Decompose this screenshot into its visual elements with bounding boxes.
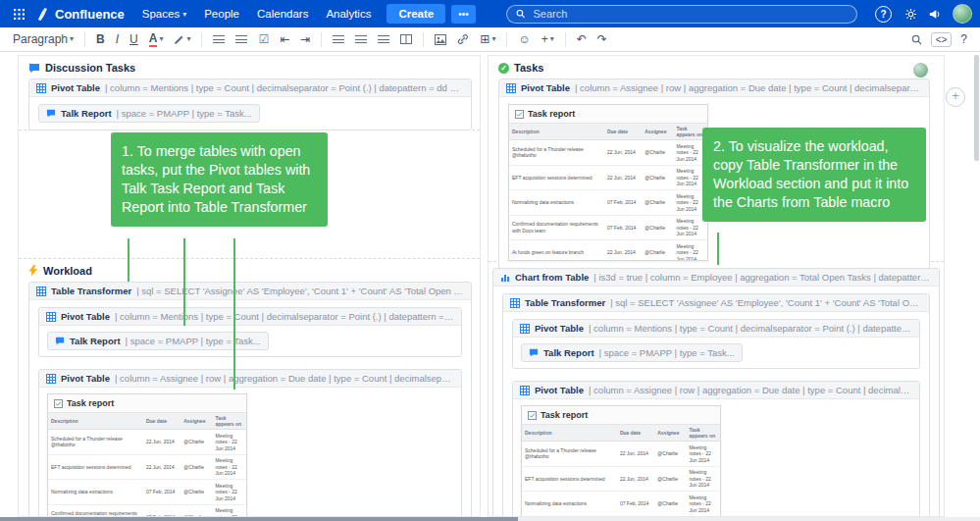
cell-appears-link[interactable]: Meeting notes - 22 Jun 2014 [212, 504, 246, 516]
task-report-panel[interactable]: Task report Description Due date Assigne… [508, 104, 708, 261]
cell-appears-link[interactable]: Meeting notes - 22 Jun 2014 [686, 442, 720, 467]
table-row[interactable]: Normalizing data extractions 07 Feb, 201… [48, 480, 246, 505]
cell-appears-link[interactable]: Meeting notes - 22 Jun 2014 [686, 466, 720, 492]
table-row[interactable]: Confirmed documentation requirements wit… [48, 504, 246, 516]
confluence-logo[interactable]: Confluence [31, 7, 132, 22]
redo-button[interactable]: ↷ [593, 31, 612, 47]
table-row[interactable]: Normalizing data extractions 07 Feb, 201… [509, 190, 707, 216]
table-row[interactable]: Scheduled for a Thunder release @thaboth… [509, 140, 707, 166]
bold-button[interactable]: B [91, 31, 110, 47]
table-row[interactable]: Confirmed documentation requirements wit… [509, 215, 707, 240]
italic-button[interactable]: I [111, 31, 124, 47]
task-report-panel[interactable]: Task report Description Due date Assigne… [47, 393, 247, 516]
underline-button[interactable]: U [125, 31, 143, 47]
editor-canvas[interactable]: Discussion Tasks Pivot Table | column = … [0, 52, 980, 521]
emoji-button[interactable]: ☺ [513, 31, 535, 47]
macro-header[interactable]: Pivot Table | column = Assignee | row | … [513, 382, 919, 399]
macro-header[interactable]: Chart from Table | is3d = true | column … [493, 269, 939, 287]
layout-column-left[interactable]: Discussion Tasks Pivot Table | column = … [18, 55, 481, 517]
cell-assignee-link[interactable]: @Charlie [181, 430, 212, 455]
horizontal-scrollbar-thumb[interactable] [0, 517, 518, 521]
more-formatting-button[interactable]: ▾ [169, 32, 195, 47]
insert-more-button[interactable]: + ▾ [537, 31, 559, 47]
panel-avatar[interactable] [913, 63, 928, 78]
table-row[interactable]: At funds green on feature branch 22 Jun,… [509, 240, 707, 262]
cell-appears-link[interactable]: Meeting notes - 22 Jun 2014 [212, 454, 246, 480]
announcements-icon[interactable] [923, 4, 945, 24]
macro-table-transformer[interactable]: Table Transformer | sql = SELECT 'Assign… [502, 293, 930, 516]
outdent-button[interactable]: ⇤ [275, 31, 294, 47]
table-row[interactable]: EFT acquisition sessions determined 22 J… [48, 454, 246, 480]
text-color-button[interactable]: A ▾ [144, 30, 169, 49]
nav-spaces[interactable]: Spaces ▾ [134, 4, 194, 24]
macro-pivot-table[interactable]: Pivot Table | column = Mentions | type =… [512, 319, 920, 369]
macro-pivot-table[interactable]: Pivot Table | column = Assignee | row | … [512, 381, 920, 516]
cell-appears-link[interactable]: Meeting notes - 22 Jun 2014 [686, 492, 720, 517]
nav-search[interactable] [506, 5, 857, 24]
cell-assignee-link[interactable]: @Charlie [642, 240, 673, 262]
cell-assignee-link[interactable]: @Charlie [654, 442, 686, 467]
insert-image-button[interactable] [430, 32, 451, 47]
macro-header[interactable]: Pivot Table | column = Assignee | row | … [499, 79, 929, 97]
cell-assignee-link[interactable]: @Charlie [654, 492, 686, 517]
help-icon[interactable]: ? [875, 6, 892, 23]
nav-calendars[interactable]: Calendars [249, 4, 316, 24]
cell-assignee-link[interactable]: @Charlie [642, 165, 673, 190]
cell-assignee-link[interactable]: @Charlie [181, 454, 212, 480]
macro-header[interactable]: Pivot Table | column = Mentions | type =… [39, 308, 461, 326]
source-editor-button[interactable]: <> [931, 32, 953, 47]
table-row[interactable]: Normalizing data extractions 07 Feb, 201… [522, 492, 720, 517]
task-list-button[interactable]: ☑ [253, 31, 274, 47]
macro-pivot-table[interactable]: Pivot Table | column = Mentions | type =… [38, 307, 462, 357]
find-replace-button[interactable] [906, 32, 927, 47]
macro-header[interactable]: Pivot Table | column = Mentions | type =… [513, 320, 919, 338]
cell-assignee-link[interactable]: @Charlie [181, 504, 212, 516]
vertical-scrollbar-thumb[interactable] [974, 55, 979, 161]
macro-talk-report[interactable]: Talk Report | space = PMAPP | type = Tas… [38, 104, 260, 123]
cell-assignee-link[interactable]: @Charlie [181, 480, 212, 505]
indent-button[interactable]: ⇥ [295, 31, 315, 47]
settings-gear-icon[interactable] [900, 4, 921, 24]
macro-pivot-table[interactable]: Pivot Table | column = Assignee | row | … [38, 369, 462, 516]
insert-table-button[interactable]: ⊞ ▾ [475, 31, 500, 47]
macro-chart-from-table[interactable]: Chart from Table | is3d = true | column … [492, 268, 940, 516]
table-row[interactable]: EFT acquisition sessions determined 22 J… [522, 466, 720, 492]
table-row[interactable]: Scheduled for a Thunder release @thaboth… [522, 442, 720, 467]
cell-appears-link[interactable]: Meeting notes - 22 Jun 2014 [212, 480, 246, 505]
editor-help-button[interactable]: ? [955, 31, 972, 47]
align-center-button[interactable] [350, 33, 372, 46]
table-row[interactable]: EFT acquisition sessions determined 22 J… [509, 165, 707, 190]
insert-link-button[interactable] [452, 31, 474, 47]
page-layout-button[interactable] [395, 32, 417, 46]
align-left-button[interactable] [328, 33, 349, 46]
cell-appears-link[interactable]: Meeting notes - 22 Jun 2014 [673, 240, 707, 262]
numbered-list-button[interactable] [231, 33, 252, 46]
macro-header[interactable]: Table Transformer | sql = SELECT 'Assign… [29, 283, 471, 300]
macro-talk-report[interactable]: Talk Report | space = PMAPP | type = Tas… [521, 343, 743, 362]
macro-table-transformer[interactable]: Table Transformer | sql = SELECT 'Assign… [28, 282, 472, 516]
cell-appears-link[interactable]: Meeting notes - 22 Jun 2014 [212, 430, 246, 455]
layout-column-right[interactable]: ✓ Tasks Pivot Table | column = Assignee … [488, 55, 945, 517]
bullet-list-button[interactable] [208, 33, 230, 46]
table-row[interactable]: Scheduled for a Thunder release @thaboth… [48, 430, 246, 455]
align-right-button[interactable] [373, 33, 394, 46]
undo-button[interactable]: ↶ [572, 31, 592, 47]
macro-header[interactable]: Table Transformer | sql = SELECT 'Assign… [503, 294, 929, 312]
user-avatar[interactable] [953, 4, 972, 24]
macro-pivot-table[interactable]: Pivot Table | column = Mentions | type =… [28, 78, 472, 130]
app-switcher-icon[interactable] [8, 4, 29, 24]
task-report-panel[interactable]: Task report Description Due date Assigne… [521, 405, 721, 516]
create-more-button[interactable]: ••• [451, 5, 476, 24]
nav-people[interactable]: People [196, 4, 247, 24]
cell-assignee-link[interactable]: @Charlie [654, 466, 686, 492]
macro-header[interactable]: Pivot Table | column = Assignee | row | … [39, 370, 461, 388]
cell-assignee-link[interactable]: @Charlie [642, 140, 673, 166]
nav-analytics[interactable]: Analytics [318, 4, 379, 24]
paragraph-style-selector[interactable]: Paragraph ▾ [8, 31, 78, 47]
add-section-button[interactable]: + [946, 87, 965, 107]
create-button[interactable]: Create [387, 4, 445, 24]
macro-header[interactable]: Pivot Table | column = Mentions | type =… [29, 79, 471, 97]
cell-assignee-link[interactable]: @Charlie [642, 190, 673, 216]
cell-assignee-link[interactable]: @Charlie [642, 215, 673, 240]
search-input[interactable] [531, 7, 848, 21]
